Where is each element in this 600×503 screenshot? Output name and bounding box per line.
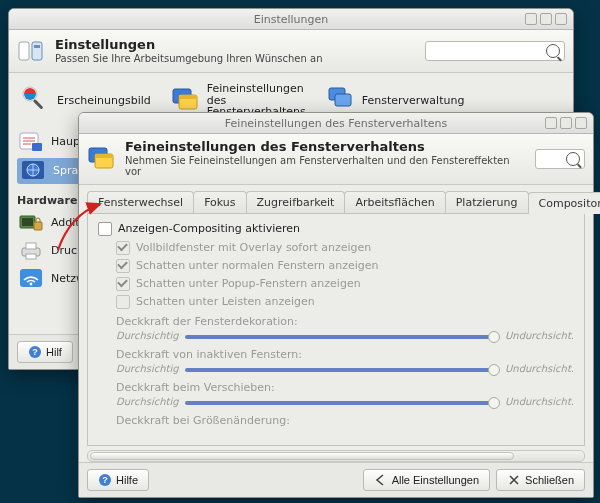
shadow-dock-label: Schatten unter Leisten anzeigen xyxy=(136,295,315,308)
tweaks-app-icon xyxy=(87,144,117,174)
slider-frame-left: Durchsichtig xyxy=(116,330,179,341)
fullscreen-overlay-label: Vollbildfenster mit Overlay sofort anzei… xyxy=(136,241,371,254)
help-icon: ? xyxy=(98,473,112,487)
search-icon xyxy=(546,44,560,58)
help-icon: ? xyxy=(28,345,42,359)
notes-icon xyxy=(17,130,45,154)
svg-text:?: ? xyxy=(102,475,108,485)
slider-frame-right: Undurchsicht. xyxy=(505,330,574,341)
tweaks-search[interactable] xyxy=(535,149,585,169)
settings-search[interactable] xyxy=(425,41,565,61)
enable-compositing-checkbox[interactable] xyxy=(98,222,112,236)
tweaks-help-button[interactable]: ? Hilfe xyxy=(87,469,149,491)
close-icon xyxy=(507,473,521,487)
tweaks-close-window-button[interactable] xyxy=(575,117,587,129)
launcher-windowtweaks-l1: Feineinstellungen xyxy=(207,83,306,95)
tab-zugreifbarkeit[interactable]: Zugreifbarkeit xyxy=(246,191,346,213)
compositor-pane: Anzeigen-Compositing aktivieren Vollbild… xyxy=(87,213,585,446)
launcher-appearance-label: Erscheinungsbild xyxy=(57,94,151,107)
chip-lock-icon xyxy=(17,211,45,235)
shadow-normal-row: Schatten unter normalen Fenstern anzeige… xyxy=(116,259,574,273)
svg-point-21 xyxy=(30,282,33,285)
tweaks-tabs: Fensterwechsel Fokus Zugreifbarkeit Arbe… xyxy=(79,185,593,213)
svg-rect-18 xyxy=(26,243,36,249)
tab-platzierung[interactable]: Platzierung xyxy=(445,191,529,213)
close-label: Schließen xyxy=(525,474,574,486)
parent-help-button[interactable]: ? Hilf xyxy=(17,341,73,363)
fullscreen-overlay-row: Vollbildfenster mit Overlay sofort anzei… xyxy=(116,241,574,255)
close-window-button[interactable] xyxy=(555,13,567,25)
tweaks-window-title: Feineinstellungen des Fensterverhaltens xyxy=(79,117,593,130)
svg-rect-7 xyxy=(179,95,197,99)
slider-frame xyxy=(185,330,499,342)
tweaks-minimize-button[interactable] xyxy=(545,117,557,129)
settings-header: Einstellungen Passen Sie Ihre Arbeitsumg… xyxy=(9,30,573,73)
enable-compositing-row[interactable]: Anzeigen-Compositing aktivieren xyxy=(98,222,574,236)
shadow-dock-row: Schatten unter Leisten anzeigen xyxy=(116,295,574,309)
svg-rect-26 xyxy=(95,154,113,158)
svg-rect-19 xyxy=(26,254,36,259)
svg-text:?: ? xyxy=(32,347,38,357)
slider-resize-label: Deckkraft bei Größenänderung: xyxy=(116,414,574,427)
tab-fokus[interactable]: Fokus xyxy=(193,191,246,213)
search-icon xyxy=(566,152,580,166)
tweaks-header-sub: Nehmen Sie Feineinstellungen am Fensterv… xyxy=(125,155,527,178)
svg-rect-4 xyxy=(33,99,44,110)
slider-inactive-right: Undurchsicht. xyxy=(505,363,574,374)
windowtweaks-icon xyxy=(171,85,201,115)
settings-header-title: Einstellungen xyxy=(55,38,323,53)
slider-frame-label: Deckkraft der Fensterdekoration: xyxy=(116,315,574,328)
windowmanager-icon xyxy=(326,85,356,115)
shadow-popup-row: Schatten unter Popup-Fenstern anzeigen xyxy=(116,277,574,291)
slider-move-left: Durchsichtig xyxy=(116,396,179,407)
printer-icon xyxy=(17,239,45,263)
parent-help-label: Hilf xyxy=(46,346,62,358)
svg-rect-0 xyxy=(19,42,29,60)
maximize-button[interactable] xyxy=(540,13,552,25)
shadow-popup-label: Schatten unter Popup-Fenstern anzeigen xyxy=(136,277,361,290)
launcher-windowmanager-label: Fensterverwaltung xyxy=(362,94,465,107)
all-settings-button[interactable]: Alle Einstellungen xyxy=(363,469,490,491)
svg-rect-9 xyxy=(335,94,351,106)
slider-move-right: Undurchsicht. xyxy=(505,396,574,407)
settings-titlebar[interactable]: Einstellungen xyxy=(9,9,573,30)
close-button[interactable]: Schließen xyxy=(496,469,585,491)
svg-rect-11 xyxy=(32,143,42,151)
tweaks-maximize-button[interactable] xyxy=(560,117,572,129)
globe-icon xyxy=(19,159,47,183)
shadow-normal-label: Schatten unter normalen Fenstern anzeige… xyxy=(136,259,379,272)
tab-compositor[interactable]: Compositor xyxy=(528,192,601,214)
tweaks-header-title: Feineinstellungen des Fensterverhaltens xyxy=(125,140,527,155)
svg-rect-2 xyxy=(34,45,40,48)
slider-inactive-left: Durchsichtig xyxy=(116,363,179,374)
svg-rect-1 xyxy=(32,42,42,60)
tweaks-header: Feineinstellungen des Fensterverhaltens … xyxy=(79,134,593,185)
settings-search-input[interactable] xyxy=(430,42,544,60)
minimize-button[interactable] xyxy=(525,13,537,25)
back-icon xyxy=(374,473,388,487)
tweaks-search-input[interactable] xyxy=(540,150,564,168)
wifi-icon xyxy=(17,267,45,291)
settings-header-sub: Passen Sie Ihre Arbeitsumgebung Ihren Wü… xyxy=(55,53,323,65)
settings-app-icon xyxy=(17,36,47,66)
svg-rect-16 xyxy=(34,222,42,230)
tweaks-help-label: Hilfe xyxy=(116,474,138,486)
enable-compositing-label: Anzeigen-Compositing aktivieren xyxy=(118,222,300,235)
svg-rect-15 xyxy=(22,218,33,226)
shadow-dock-checkbox xyxy=(116,295,130,309)
slider-move-label: Deckkraft beim Verschieben: xyxy=(116,381,574,394)
slider-move xyxy=(185,396,499,408)
shadow-popup-checkbox xyxy=(116,277,130,291)
slider-inactive xyxy=(185,363,499,375)
tweaks-window: Feineinstellungen des Fensterverhaltens … xyxy=(78,112,594,498)
tab-arbeitsflaechen[interactable]: Arbeitsflächen xyxy=(344,191,445,213)
horizontal-scrollbar[interactable] xyxy=(87,450,585,462)
fullscreen-overlay-checkbox xyxy=(116,241,130,255)
all-settings-label: Alle Einstellungen xyxy=(392,474,479,486)
shadow-normal-checkbox xyxy=(116,259,130,273)
tweaks-titlebar[interactable]: Feineinstellungen des Fensterverhaltens xyxy=(79,113,593,134)
appearance-icon xyxy=(21,85,51,115)
settings-window-title: Einstellungen xyxy=(9,13,573,26)
slider-inactive-label: Deckkraft von inaktiven Fenstern: xyxy=(116,348,574,361)
tab-fensterwechsel[interactable]: Fensterwechsel xyxy=(87,191,194,213)
